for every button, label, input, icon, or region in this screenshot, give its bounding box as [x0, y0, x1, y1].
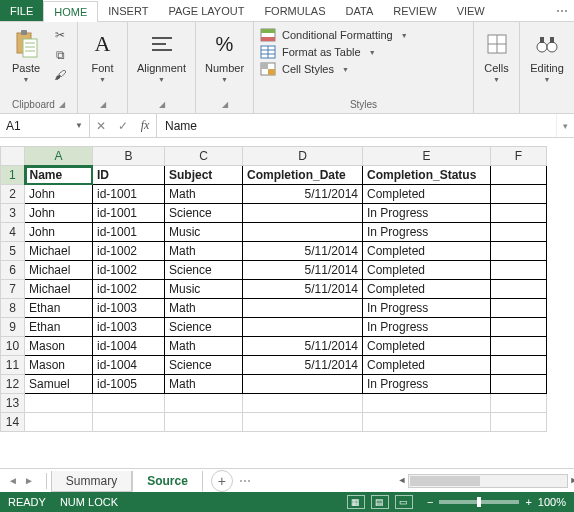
cell[interactable]	[491, 318, 547, 337]
fx-icon[interactable]: fx	[134, 118, 156, 133]
tab-insert[interactable]: INSERT	[98, 0, 158, 21]
cell[interactable]: Mason	[25, 337, 93, 356]
cell[interactable]: id-1002	[93, 280, 165, 299]
cell[interactable]	[93, 413, 165, 432]
cell[interactable]	[93, 394, 165, 413]
cut-button[interactable]: ✂	[50, 26, 70, 44]
view-normal-icon[interactable]: ▦	[347, 495, 365, 509]
cell[interactable]: Ethan	[25, 299, 93, 318]
dialog-launcher-icon[interactable]: ◢	[159, 100, 165, 109]
row-header[interactable]: 5	[1, 242, 25, 261]
row-header[interactable]: 3	[1, 204, 25, 223]
cell[interactable]: In Progress	[363, 204, 491, 223]
cell[interactable]: Music	[165, 280, 243, 299]
new-sheet-button[interactable]: +	[211, 470, 233, 492]
cell[interactable]: 5/11/2014	[243, 356, 363, 375]
cell[interactable]: id-1002	[93, 261, 165, 280]
cell[interactable]: Samuel	[25, 375, 93, 394]
zoom-out-button[interactable]: −	[427, 496, 433, 508]
cell[interactable]	[491, 185, 547, 204]
cell[interactable]	[243, 204, 363, 223]
format-as-table-button[interactable]: Format as Table▼	[260, 45, 408, 59]
view-page-layout-icon[interactable]: ▤	[371, 495, 389, 509]
conditional-formatting-button[interactable]: Conditional Formatting▼	[260, 28, 408, 42]
zoom-level[interactable]: 100%	[538, 496, 566, 508]
cell[interactable]: Subject	[165, 166, 243, 185]
cell[interactable]: Science	[165, 261, 243, 280]
enter-formula-icon[interactable]: ✓	[112, 119, 134, 133]
cell[interactable]: John	[25, 223, 93, 242]
tab-nav-next-icon[interactable]: ►	[24, 475, 34, 486]
cell[interactable]	[491, 375, 547, 394]
cell[interactable]: Math	[165, 242, 243, 261]
cell-styles-button[interactable]: Cell Styles▼	[260, 62, 408, 76]
cancel-formula-icon[interactable]: ✕	[90, 119, 112, 133]
zoom-slider[interactable]	[439, 500, 519, 504]
cell[interactable]	[243, 223, 363, 242]
copy-button[interactable]: ⧉	[50, 46, 70, 64]
cell[interactable]	[243, 375, 363, 394]
col-header-F[interactable]: F	[491, 147, 547, 166]
expand-formula-bar-icon[interactable]: ▾	[556, 114, 574, 137]
row-header[interactable]: 11	[1, 356, 25, 375]
format-painter-button[interactable]: 🖌	[50, 66, 70, 84]
sheet-tab-source[interactable]: Source	[132, 471, 203, 492]
cell[interactable]	[491, 204, 547, 223]
cell[interactable]: Completion_Status	[363, 166, 491, 185]
number-button[interactable]: % Number ▼	[202, 26, 247, 83]
col-header-A[interactable]: A	[25, 147, 93, 166]
tab-file[interactable]: FILE	[0, 0, 43, 21]
cell[interactable]	[491, 166, 547, 185]
row-header[interactable]: 10	[1, 337, 25, 356]
cell[interactable]: Math	[165, 337, 243, 356]
cell[interactable]: Michael	[25, 242, 93, 261]
tab-nav-prev-icon[interactable]: ◄	[8, 475, 18, 486]
horizontal-scrollbar[interactable]: ◄ ►	[408, 474, 568, 488]
cell[interactable]	[363, 413, 491, 432]
sheet-tab-summary[interactable]: Summary	[51, 471, 132, 492]
cell[interactable]	[491, 413, 547, 432]
tab-review[interactable]: REVIEW	[383, 0, 446, 21]
row-header[interactable]: 7	[1, 280, 25, 299]
row-header[interactable]: 4	[1, 223, 25, 242]
cell[interactable]: In Progress	[363, 375, 491, 394]
formula-input[interactable]: Name	[157, 114, 556, 137]
row-header[interactable]: 14	[1, 413, 25, 432]
cell[interactable]: 5/11/2014	[243, 280, 363, 299]
row-header[interactable]: 1	[1, 166, 25, 185]
cell[interactable]: Completed	[363, 185, 491, 204]
cell[interactable]: Completed	[363, 242, 491, 261]
cell[interactable]	[491, 223, 547, 242]
cell[interactable]	[491, 261, 547, 280]
row-header[interactable]: 12	[1, 375, 25, 394]
view-page-break-icon[interactable]: ▭	[395, 495, 413, 509]
cell[interactable]: ID	[93, 166, 165, 185]
cell[interactable]: Completed	[363, 337, 491, 356]
cell[interactable]: id-1005	[93, 375, 165, 394]
cell[interactable]	[25, 413, 93, 432]
cell[interactable]	[243, 394, 363, 413]
cell[interactable]: id-1004	[93, 356, 165, 375]
cell[interactable]: id-1003	[93, 299, 165, 318]
tab-page-layout[interactable]: PAGE LAYOUT	[158, 0, 254, 21]
cell[interactable]: Completed	[363, 356, 491, 375]
cell[interactable]: id-1001	[93, 185, 165, 204]
row-header[interactable]: 9	[1, 318, 25, 337]
cell[interactable]: In Progress	[363, 318, 491, 337]
cell[interactable]: id-1001	[93, 223, 165, 242]
cell[interactable]: Science	[165, 204, 243, 223]
row-header[interactable]: 2	[1, 185, 25, 204]
cell[interactable]	[165, 413, 243, 432]
cell[interactable]	[491, 394, 547, 413]
tab-home[interactable]: HOME	[43, 1, 98, 22]
cell[interactable]	[491, 356, 547, 375]
name-box[interactable]: A1▼	[0, 114, 90, 137]
cells-button[interactable]: Cells ▼	[480, 26, 513, 83]
ribbon-overflow-icon[interactable]: ⋯	[550, 0, 574, 21]
alignment-button[interactable]: Alignment ▼	[134, 26, 189, 83]
cell[interactable]: Michael	[25, 280, 93, 299]
spreadsheet-grid[interactable]: ABCDEF 1NameIDSubjectCompletion_DateComp…	[0, 146, 574, 432]
cell[interactable]	[243, 299, 363, 318]
col-header-D[interactable]: D	[243, 147, 363, 166]
row-header[interactable]: 8	[1, 299, 25, 318]
